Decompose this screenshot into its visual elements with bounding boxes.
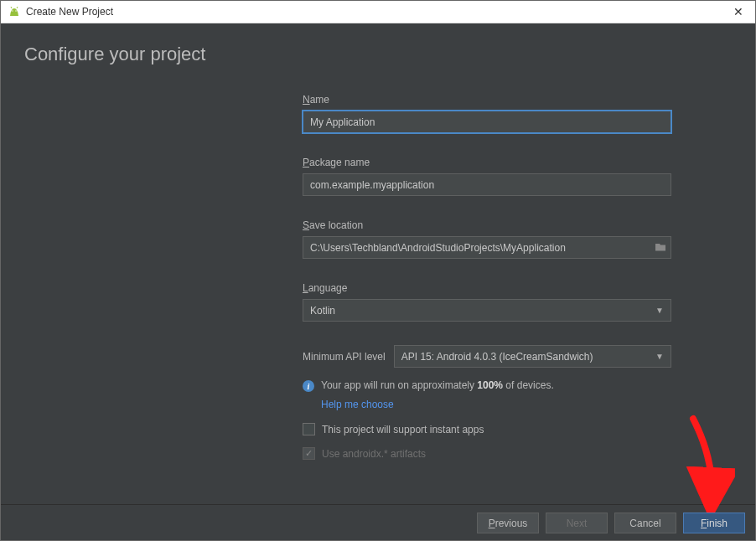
project-form: Name Package name Save location Language… — [303, 94, 671, 460]
save-location-input[interactable] — [303, 236, 671, 259]
android-studio-icon — [8, 5, 21, 18]
androidx-checkbox — [303, 447, 315, 460]
window-title: Create New Project — [26, 6, 727, 18]
chevron-down-icon: ▼ — [655, 306, 664, 315]
previous-button[interactable]: Previous — [477, 513, 539, 533]
save-location-label: Save location — [303, 219, 671, 231]
page-title: Configure your project — [24, 44, 732, 65]
instant-apps-row: This project will support instant apps — [303, 423, 671, 435]
instant-apps-label: This project will support instant apps — [322, 424, 484, 435]
min-api-dropdown[interactable]: API 15: Android 4.0.3 (IceCreamSandwich)… — [394, 345, 671, 368]
finish-button[interactable]: Finish — [683, 513, 745, 533]
cancel-button[interactable]: Cancel — [614, 513, 676, 533]
device-coverage-text: Your app will run on approximately 100% … — [321, 379, 554, 391]
info-icon: i — [303, 380, 314, 392]
min-api-value: API 15: Android 4.0.3 (IceCreamSandwich) — [401, 351, 593, 363]
language-dropdown[interactable]: Kotlin ▼ — [303, 299, 671, 322]
name-label: Name — [303, 94, 671, 106]
footer-buttons: Previous Next Cancel Finish — [1, 504, 755, 541]
androidx-label: Use androidx.* artifacts — [322, 448, 426, 460]
svg-line-3 — [17, 7, 18, 8]
package-name-input[interactable] — [303, 173, 671, 196]
name-input[interactable] — [303, 111, 671, 133]
content-area: Configure your project Name Package name… — [1, 23, 755, 504]
min-api-label: Minimum API level — [303, 351, 386, 363]
svg-line-2 — [11, 7, 12, 8]
instant-apps-checkbox[interactable] — [303, 423, 315, 435]
browse-folder-icon[interactable] — [655, 240, 666, 255]
language-label: Language — [303, 282, 671, 294]
close-button[interactable]: ✕ — [727, 5, 750, 18]
titlebar: Create New Project ✕ — [1, 1, 755, 23]
androidx-row: Use androidx.* artifacts — [303, 447, 671, 460]
help-me-choose-link[interactable]: Help me choose — [321, 399, 394, 410]
svg-point-0 — [12, 10, 13, 11]
language-value: Kotlin — [310, 305, 335, 317]
device-coverage-info: i Your app will run on approximately 100… — [303, 379, 671, 392]
package-name-label: Package name — [303, 157, 671, 168]
next-button: Next — [546, 513, 608, 533]
annotation-arrow-icon — [676, 412, 735, 513]
svg-point-1 — [15, 10, 16, 11]
chevron-down-icon: ▼ — [655, 352, 664, 361]
